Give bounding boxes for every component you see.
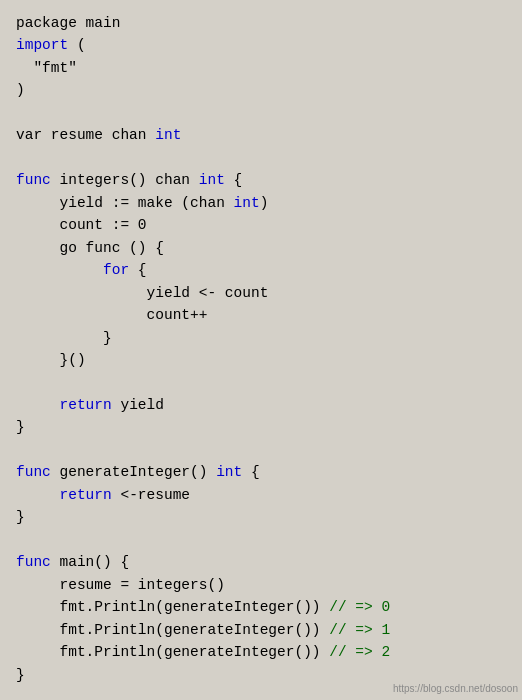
plain-token: fmt.Println(generateInteger()) bbox=[16, 644, 329, 660]
plain-token: { bbox=[242, 464, 259, 480]
plain-token: var resume chan bbox=[16, 127, 155, 143]
keyword-token: int bbox=[155, 127, 181, 143]
code-line: return yield bbox=[16, 394, 506, 416]
keyword-token: func bbox=[16, 464, 51, 480]
plain-token: count++ bbox=[16, 307, 207, 323]
keyword-token: return bbox=[60, 397, 112, 413]
watermark: https://blog.csdn.net/dosoon bbox=[393, 681, 518, 697]
plain-token: generateInteger() bbox=[51, 464, 216, 480]
plain-token: fmt.Println(generateInteger()) bbox=[16, 622, 329, 638]
code-line: go func () { bbox=[16, 237, 506, 259]
code-line: } bbox=[16, 506, 506, 528]
keyword-token: func bbox=[16, 172, 51, 188]
code-line: count := 0 bbox=[16, 214, 506, 236]
keyword-token: import bbox=[16, 37, 68, 53]
comment-token: // => 2 bbox=[329, 644, 390, 660]
plain-token: yield := make (chan bbox=[16, 195, 234, 211]
keyword-token: func bbox=[16, 554, 51, 570]
code-line: func main() { bbox=[16, 551, 506, 573]
code-line: import ( bbox=[16, 34, 506, 56]
plain-token: fmt.Println(generateInteger()) bbox=[16, 599, 329, 615]
plain-token: }() bbox=[16, 352, 86, 368]
plain-token bbox=[16, 397, 60, 413]
code-line: func integers() chan int { bbox=[16, 169, 506, 191]
plain-token: } bbox=[16, 509, 25, 525]
plain-token: ) bbox=[16, 82, 25, 98]
plain-token: package main bbox=[16, 15, 120, 31]
plain-token bbox=[16, 487, 60, 503]
code-line: } bbox=[16, 327, 506, 349]
plain-token: { bbox=[129, 262, 146, 278]
code-line bbox=[16, 529, 506, 551]
code-line: package main bbox=[16, 12, 506, 34]
code-line: yield := make (chan int) bbox=[16, 192, 506, 214]
keyword-token: for bbox=[16, 262, 129, 278]
plain-token: resume = integers() bbox=[16, 577, 225, 593]
plain-token: go func () { bbox=[16, 240, 164, 256]
plain-token: { bbox=[225, 172, 242, 188]
plain-token: yield <- count bbox=[16, 285, 268, 301]
comment-token: // => 0 bbox=[329, 599, 390, 615]
plain-token: } bbox=[16, 419, 25, 435]
plain-token: ( bbox=[68, 37, 85, 53]
plain-token: main() { bbox=[51, 554, 129, 570]
keyword-token: int bbox=[199, 172, 225, 188]
keyword-token: int bbox=[216, 464, 242, 480]
code-line: var resume chan int bbox=[16, 124, 506, 146]
plain-token: integers() chan bbox=[51, 172, 199, 188]
code-line: fmt.Println(generateInteger()) // => 2 bbox=[16, 641, 506, 663]
comment-token: // => 1 bbox=[329, 622, 390, 638]
plain-token: } bbox=[16, 330, 112, 346]
code-line: for { bbox=[16, 259, 506, 281]
plain-token: } bbox=[16, 667, 25, 683]
code-line bbox=[16, 102, 506, 124]
code-line: count++ bbox=[16, 304, 506, 326]
plain-token: yield bbox=[112, 397, 164, 413]
code-line: fmt.Println(generateInteger()) // => 1 bbox=[16, 619, 506, 641]
plain-token: ) bbox=[260, 195, 269, 211]
code-line: "fmt" bbox=[16, 57, 506, 79]
code-editor: package mainimport ( "fmt") var resume c… bbox=[0, 0, 522, 700]
code-line: fmt.Println(generateInteger()) // => 0 bbox=[16, 596, 506, 618]
keyword-token: int bbox=[234, 195, 260, 211]
plain-token: <-resume bbox=[112, 487, 190, 503]
code-line: }() bbox=[16, 349, 506, 371]
plain-token: count := 0 bbox=[16, 217, 147, 233]
code-line: func generateInteger() int { bbox=[16, 461, 506, 483]
code-line: ) bbox=[16, 79, 506, 101]
code-line: return <-resume bbox=[16, 484, 506, 506]
code-line: yield <- count bbox=[16, 282, 506, 304]
keyword-token: return bbox=[60, 487, 112, 503]
code-content: package mainimport ( "fmt") var resume c… bbox=[16, 12, 506, 686]
code-line bbox=[16, 439, 506, 461]
code-line bbox=[16, 372, 506, 394]
code-line: resume = integers() bbox=[16, 574, 506, 596]
plain-token: "fmt" bbox=[16, 60, 77, 76]
code-line: } bbox=[16, 416, 506, 438]
code-line bbox=[16, 147, 506, 169]
